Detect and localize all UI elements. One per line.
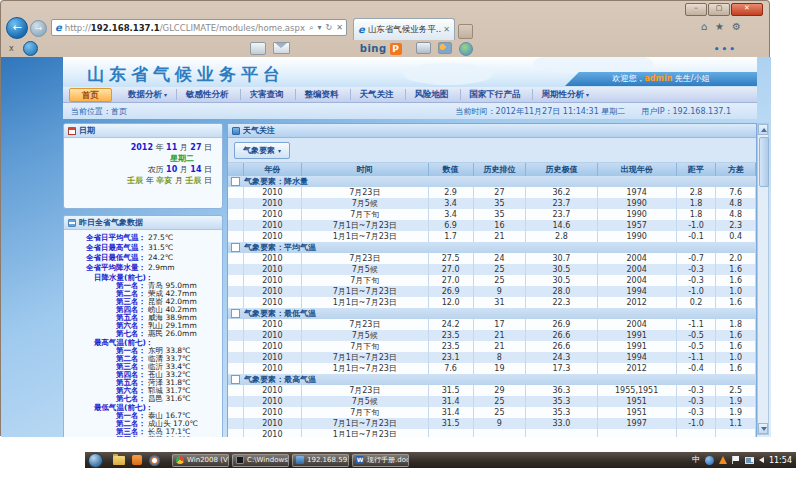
address-bar[interactable]: e http://192.168.137.1/GLCCLIMATE/module… xyxy=(51,19,347,36)
task-label: Win2008 (VS2... xyxy=(187,456,229,464)
extreme-year-cell: 1990 xyxy=(598,198,677,209)
camera-icon[interactable] xyxy=(416,42,431,54)
taskbar-task-vm[interactable]: Win2008 (VS2... xyxy=(172,454,229,467)
close-button[interactable]: ✕ xyxy=(731,3,763,16)
close-toolbar-icon[interactable]: x xyxy=(9,44,14,53)
extreme-year-cell: 1951 xyxy=(598,396,677,407)
ganzhi-term: 壬辰 xyxy=(185,176,201,185)
stat-label: 全省日最高气温： xyxy=(64,243,146,253)
table-row: 20107月1日~7月23日26.9928.01994-1.01.0 xyxy=(228,286,756,297)
favorites-star-icon[interactable]: ★ xyxy=(715,21,724,32)
element-filter-button[interactable]: 气象要素 ▾ xyxy=(234,142,290,159)
year-cell: 2010 xyxy=(244,330,302,341)
group-checkbox[interactable] xyxy=(231,375,240,384)
back-button[interactable]: ← xyxy=(6,17,28,39)
start-button[interactable] xyxy=(88,453,103,468)
overflow-dots-icon[interactable]: ••• xyxy=(714,44,737,54)
taskbar-task-cmd[interactable]: C:\Windows\s... xyxy=(232,454,289,467)
main-navigation: 首页 数据分析▾ 敏感性分析 灾害查询 整编资料 天气关注 风险地图 国家下行产… xyxy=(63,87,757,103)
mail-icon[interactable] xyxy=(273,42,290,54)
stop-icon[interactable]: ✕ xyxy=(336,23,343,32)
forward-button[interactable]: → xyxy=(30,20,47,37)
scrollbar-thumb[interactable] xyxy=(759,137,769,187)
scroll-down-arrow-icon[interactable] xyxy=(758,423,768,434)
window-titlebar[interactable]: – ▢ ✕ xyxy=(1,1,769,16)
bing-logo[interactable]: bing xyxy=(360,43,387,54)
url-text[interactable]: http://192.168.137.1/GLCCLIMATE/modules/… xyxy=(65,23,305,33)
time-cell: 7月23日 xyxy=(302,319,429,330)
nav-item[interactable]: 周期性分析▾ xyxy=(533,89,599,100)
time-cell: 7月23日 xyxy=(302,385,429,396)
date-number: 11 xyxy=(166,143,177,152)
calculator-icon[interactable] xyxy=(250,42,266,55)
row-checkbox-spacer xyxy=(228,253,244,264)
table-group-row[interactable]: 气象要素：最低气温 xyxy=(228,308,756,319)
people-icon[interactable] xyxy=(438,42,452,54)
nav-item-active[interactable]: 首页 xyxy=(69,88,112,102)
value-cell: 27.5 xyxy=(429,253,474,264)
scroll-up-arrow-icon[interactable] xyxy=(758,124,768,135)
taskbar-task-word[interactable]: W现行手册.docx ... xyxy=(352,454,409,467)
anomaly-cell: -1.0 xyxy=(677,418,717,429)
extreme-cell: 17.3 xyxy=(526,363,597,374)
panel-icon xyxy=(232,127,240,135)
nav-item[interactable]: 整编资料 xyxy=(296,89,351,100)
maximize-button[interactable]: ▢ xyxy=(708,3,730,16)
year-cell: 2010 xyxy=(244,220,302,231)
variance-cell: 1.0 xyxy=(716,286,756,297)
p-app-icon[interactable]: P xyxy=(390,43,402,55)
globe-icon[interactable] xyxy=(459,42,473,56)
table-group-row[interactable]: 气象要素：最高气温 xyxy=(228,374,756,385)
nav-item[interactable]: 风险地图 xyxy=(406,89,461,100)
media-player-icon[interactable] xyxy=(149,455,160,466)
group-checkbox[interactable] xyxy=(231,177,240,186)
url-protocol: http:// xyxy=(65,23,91,33)
new-tab-button[interactable] xyxy=(458,24,473,39)
browser-tab[interactable]: e 山东省气候业务平... ✕ xyxy=(353,18,455,40)
chevron-down-icon[interactable]: ▾ xyxy=(318,23,322,32)
rank-cell: 19 xyxy=(474,363,527,374)
rank-cell: 9 xyxy=(474,286,527,297)
flame-app-icon[interactable] xyxy=(719,456,727,464)
rank-label: 第四名： xyxy=(64,436,146,437)
nav-item[interactable]: 国家下行产品 xyxy=(461,89,533,100)
table-body: 气象要素：降水量 20107月23日2.92736.219742.87.6 20… xyxy=(228,176,756,437)
toolbar-logo-icon[interactable] xyxy=(23,41,38,56)
nav-item-label: 国家下行产品 xyxy=(470,89,521,99)
antivirus-shield-icon[interactable] xyxy=(705,456,714,465)
refresh-icon[interactable]: ↻ xyxy=(326,23,333,32)
nav-item[interactable]: 数据分析▾ xyxy=(119,89,177,100)
taskbar-task-remote[interactable]: 192.168.59.99... xyxy=(292,454,349,467)
table-group-row[interactable]: 气象要素：降水量 xyxy=(228,176,756,187)
rank-cell: 25 xyxy=(474,264,527,275)
taskbar-clock[interactable]: 11:54 xyxy=(769,456,792,465)
group-checkbox[interactable] xyxy=(231,243,240,252)
minimize-button[interactable]: – xyxy=(685,3,707,16)
column-header: 历史排位 xyxy=(474,163,527,176)
vertical-scrollbar[interactable] xyxy=(757,123,769,435)
explorer-folder-icon[interactable] xyxy=(113,456,125,465)
speaker-icon[interactable] xyxy=(759,457,764,463)
stat-value: 31.5℃ xyxy=(148,243,173,252)
taskbar: Win2008 (VS2... C:\Windows\s... 192.168.… xyxy=(85,452,796,468)
date-unit: 月 xyxy=(177,143,190,152)
variance-cell: 1.6 xyxy=(716,341,756,352)
search-icon[interactable]: ⌕ xyxy=(309,23,313,33)
extreme-year-cell xyxy=(598,429,677,437)
extreme-cell: 2.8 xyxy=(526,231,597,242)
group-checkbox[interactable] xyxy=(231,309,240,318)
home-icon[interactable]: ⌂ xyxy=(701,21,707,32)
nav-item[interactable]: 灾害查询 xyxy=(241,89,296,100)
nav-item[interactable]: 敏感性分析 xyxy=(177,89,241,100)
action-center-flag-icon[interactable] xyxy=(732,456,740,464)
summary-list: 全省日平均气温：27.5℃ 全省日最高气温：31.5℃ 全省日最低气温：24.2… xyxy=(64,230,222,437)
task-label: C:\Windows\s... xyxy=(247,456,289,464)
weather-panel-header: 天气关注 xyxy=(228,124,756,138)
ime-indicator[interactable]: 中 xyxy=(692,455,700,465)
orange-app-icon[interactable] xyxy=(132,455,142,465)
variance-cell: 2.3 xyxy=(716,220,756,231)
gear-icon[interactable]: ⚙ xyxy=(732,21,741,32)
tab-close-icon[interactable]: ✕ xyxy=(443,25,450,34)
nav-item[interactable]: 天气关注 xyxy=(351,89,406,100)
table-group-row[interactable]: 气象要素：平均气温 xyxy=(228,242,756,253)
